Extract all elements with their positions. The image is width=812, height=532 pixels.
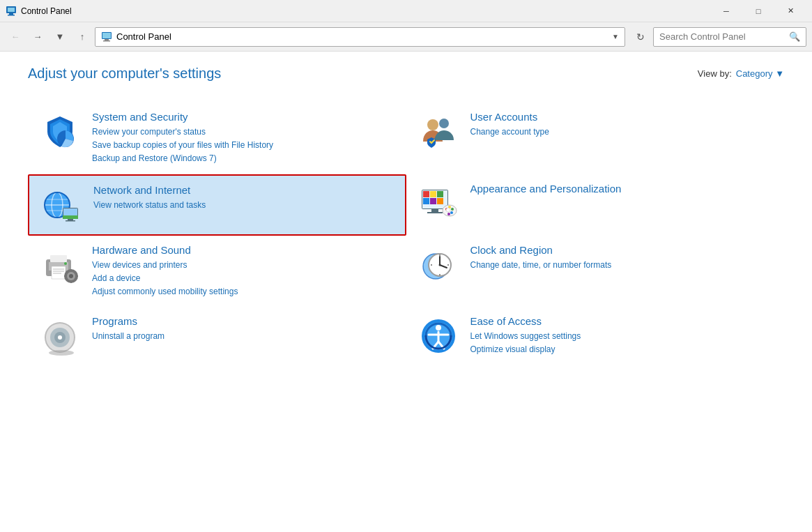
category-user-accounts[interactable]: User Accounts Change account type	[406, 102, 785, 174]
user-accounts-link-1[interactable]: Change account type	[470, 126, 774, 139]
user-accounts-info: User Accounts Change account type	[470, 111, 774, 139]
user-accounts-name[interactable]: User Accounts	[470, 111, 774, 123]
svg-rect-3	[8, 15, 15, 16]
system-security-link-1[interactable]: Review your computer's status	[92, 126, 395, 139]
appearance-name[interactable]: Appearance and Personalization	[470, 183, 774, 195]
search-bar[interactable]: 🔍	[653, 27, 806, 47]
clock-region-info: Clock and Region Change date, time, or n…	[470, 244, 774, 272]
svg-rect-25	[430, 191, 436, 197]
svg-rect-52	[64, 275, 67, 277]
dropdown-icon: ▼	[56, 31, 65, 42]
title-bar: Control Panel ─ □ ✕	[0, 0, 812, 22]
system-security-info: System and Security Review your computer…	[92, 111, 395, 166]
maximize-button[interactable]: □	[742, 0, 774, 22]
svg-rect-24	[423, 191, 429, 197]
view-by-chevron-icon: ▼	[775, 68, 784, 79]
programs-link-1[interactable]: Uninstall a program	[92, 330, 395, 343]
svg-rect-29	[437, 198, 443, 204]
main-content: Adjust your computer's settings View by:…	[0, 52, 812, 532]
up-button[interactable]: ↑	[72, 27, 92, 47]
category-hardware-sound[interactable]: Hardware and Sound View devices and prin…	[28, 236, 406, 307]
programs-name[interactable]: Programs	[92, 315, 395, 327]
search-input[interactable]	[659, 31, 789, 42]
hardware-sound-link-2[interactable]: Add a device	[92, 272, 395, 285]
clock-region-name[interactable]: Clock and Region	[470, 244, 774, 256]
app-icon	[6, 6, 17, 17]
svg-point-36	[450, 211, 453, 214]
svg-rect-21	[63, 215, 78, 219]
search-icon: 🔍	[789, 31, 800, 42]
system-security-name[interactable]: System and Security	[92, 111, 395, 123]
view-by-label: View by:	[698, 68, 732, 79]
category-programs[interactable]: Programs Uninstall a program	[28, 307, 406, 365]
forward-icon: →	[33, 31, 43, 42]
svg-point-69	[49, 350, 74, 356]
close-icon: ✕	[788, 6, 794, 15]
network-internet-name[interactable]: Network and Internet	[93, 184, 394, 196]
system-security-link-2[interactable]: Save backup copies of your files with Fi…	[92, 139, 395, 152]
appearance-icon	[418, 183, 459, 225]
svg-point-68	[58, 335, 62, 340]
hardware-sound-link-1[interactable]: View devices and printers	[92, 259, 395, 272]
svg-rect-7	[103, 40, 110, 42]
svg-point-72	[436, 325, 441, 330]
svg-rect-30	[431, 209, 438, 212]
svg-point-38	[446, 208, 450, 212]
network-internet-icon	[40, 184, 82, 226]
svg-rect-6	[105, 39, 109, 40]
window-title: Control Panel	[21, 6, 710, 16]
svg-rect-1	[8, 8, 15, 12]
category-ease-of-access[interactable]: Ease of Access Let Windows suggest setti…	[406, 307, 785, 365]
address-dropdown-icon[interactable]: ▼	[612, 33, 619, 40]
refresh-icon: ↻	[636, 31, 645, 43]
svg-rect-42	[52, 266, 66, 279]
up-icon: ↑	[80, 31, 85, 42]
svg-rect-28	[430, 198, 436, 204]
svg-point-37	[447, 213, 450, 215]
close-button[interactable]: ✕	[774, 0, 806, 22]
page-title: Adjust your computer's settings	[28, 66, 221, 82]
refresh-button[interactable]: ↻	[631, 27, 650, 47]
svg-rect-51	[70, 280, 72, 283]
user-accounts-icon	[418, 111, 459, 153]
svg-rect-27	[423, 198, 429, 204]
ease-of-access-link-2[interactable]: Optimize visual display	[470, 343, 774, 356]
svg-point-35	[451, 208, 454, 211]
ease-of-access-link-1[interactable]: Let Windows suggest settings	[470, 330, 774, 343]
svg-rect-2	[9, 13, 13, 15]
navigation-bar: ← → ▼ ↑ Control Panel ▼ ↻ 🔍	[0, 22, 812, 52]
address-icon	[101, 31, 112, 43]
hardware-sound-link-3[interactable]: Adjust commonly used mobility settings	[92, 285, 395, 298]
category-network-internet[interactable]: Network and Internet View network status…	[28, 174, 406, 236]
back-button[interactable]: ←	[6, 27, 25, 47]
category-clock-region[interactable]: Clock and Region Change date, time, or n…	[406, 236, 785, 307]
clock-region-link-1[interactable]: Change date, time, or number formats	[470, 259, 774, 272]
recent-locations-button[interactable]: ▼	[50, 27, 70, 47]
address-bar[interactable]: Control Panel ▼	[95, 27, 625, 47]
view-by-dropdown[interactable]: Category ▼	[736, 68, 784, 79]
forward-button[interactable]: →	[28, 27, 47, 47]
categories-grid: System and Security Review your computer…	[28, 102, 784, 365]
svg-rect-50	[70, 269, 72, 272]
ease-of-access-icon	[418, 315, 459, 357]
minimize-button[interactable]: ─	[710, 0, 742, 22]
clock-region-icon	[418, 244, 459, 286]
category-system-security[interactable]: System and Security Review your computer…	[28, 102, 406, 174]
address-text: Control Panel	[116, 31, 608, 42]
hardware-sound-name[interactable]: Hardware and Sound	[92, 244, 395, 256]
svg-rect-26	[437, 191, 443, 197]
system-security-link-3[interactable]: Backup and Restore (Windows 7)	[92, 152, 395, 165]
programs-icon	[39, 315, 81, 357]
svg-rect-31	[427, 212, 443, 213]
svg-point-46	[64, 262, 67, 265]
network-internet-info: Network and Internet View network status…	[93, 184, 394, 212]
category-appearance[interactable]: Appearance and Personalization	[406, 174, 785, 236]
hardware-sound-icon	[39, 244, 81, 286]
svg-point-9	[427, 119, 438, 130]
system-security-icon	[39, 111, 81, 153]
svg-point-49	[69, 274, 73, 278]
hardware-sound-info: Hardware and Sound View devices and prin…	[92, 244, 395, 299]
network-internet-link-1[interactable]: View network status and tasks	[93, 199, 394, 212]
ease-of-access-name[interactable]: Ease of Access	[470, 315, 774, 327]
ease-of-access-info: Ease of Access Let Windows suggest setti…	[470, 315, 774, 356]
